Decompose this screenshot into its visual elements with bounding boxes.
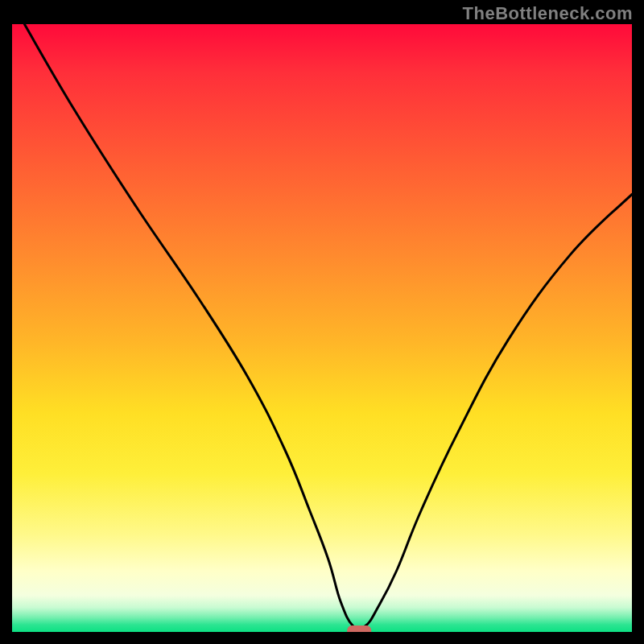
watermark-text: TheBottleneck.com bbox=[463, 3, 633, 24]
bottleneck-curve bbox=[24, 24, 632, 629]
curve-layer bbox=[12, 24, 632, 632]
plot-area bbox=[12, 24, 632, 632]
minimum-marker bbox=[347, 625, 371, 632]
chart-frame: TheBottleneck.com bbox=[0, 0, 644, 644]
